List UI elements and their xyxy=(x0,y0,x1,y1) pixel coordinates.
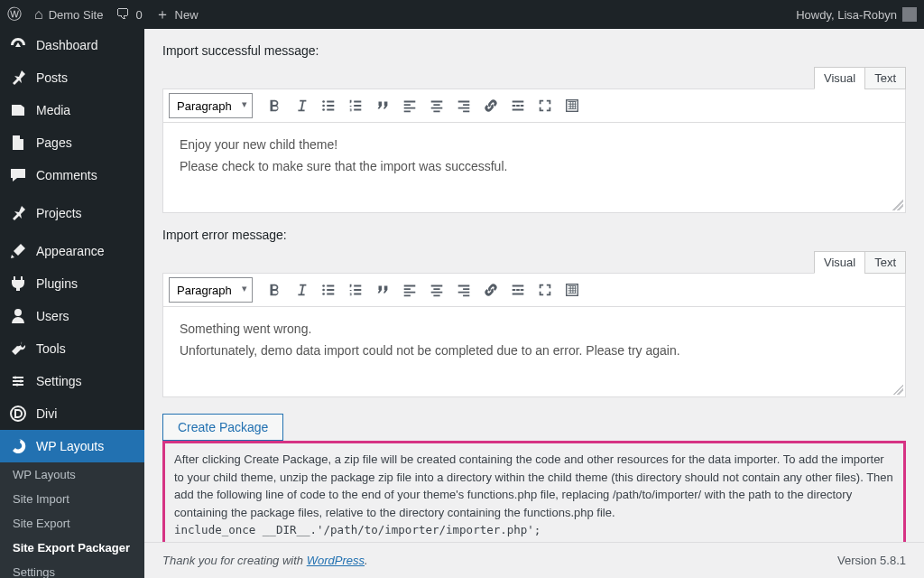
link-icon xyxy=(483,282,499,298)
menu-item-posts[interactable]: Posts xyxy=(0,61,144,94)
avatar xyxy=(902,7,917,22)
resize-handle[interactable] xyxy=(892,384,903,395)
ol-button[interactable] xyxy=(343,93,368,118)
comment-icon xyxy=(9,166,27,184)
menu-item-settings[interactable]: Settings xyxy=(0,365,144,397)
align-left-icon xyxy=(402,282,418,298)
ul-icon xyxy=(320,98,337,114)
format-select[interactable]: Paragraph xyxy=(169,277,253,303)
menu-item-users[interactable]: Users xyxy=(0,300,144,332)
format-select[interactable]: Paragraph xyxy=(169,93,253,118)
error-editor[interactable]: Something went wrong. Unfortunately, dem… xyxy=(162,307,906,397)
menu-item-wp-layouts[interactable]: WP Layouts xyxy=(0,430,144,462)
submenu-settings[interactable]: Settings xyxy=(0,560,144,578)
plugin-icon xyxy=(9,275,27,293)
quote-button[interactable] xyxy=(370,277,395,303)
ol-icon xyxy=(347,98,364,114)
menu-item-tools[interactable]: Tools xyxy=(0,332,144,365)
bold-button[interactable] xyxy=(262,93,287,118)
success-msg-label: Import successful message: xyxy=(162,43,906,58)
success-editor[interactable]: Enjoy your new child theme! Please check… xyxy=(162,123,906,213)
editor-toolbar: Paragraph xyxy=(162,273,906,307)
kitchen-icon xyxy=(564,98,580,114)
account-link[interactable]: Howdy, Lisa-Robyn xyxy=(796,7,917,22)
user-icon xyxy=(9,307,27,325)
italic-icon xyxy=(293,98,310,114)
main-content: Import successful message: Visual Text P… xyxy=(144,29,924,578)
menu-item-appearance[interactable]: Appearance xyxy=(0,235,144,267)
visual-tab[interactable]: Visual xyxy=(814,67,865,89)
menu-item-dashboard[interactable]: Dashboard xyxy=(0,29,144,61)
plus-icon: ＋ xyxy=(155,5,170,24)
instructions-code: include_once __DIR__.'/path/to/importer/… xyxy=(174,523,541,536)
bold-button[interactable] xyxy=(262,277,287,303)
wordpress-icon: ⓦ xyxy=(7,5,22,24)
ul-button[interactable] xyxy=(316,277,341,303)
align-right-button[interactable] xyxy=(451,93,476,118)
more-button[interactable] xyxy=(505,277,531,303)
settings-icon xyxy=(9,372,27,390)
submenu-site-import[interactable]: Site Import xyxy=(0,487,144,511)
italic-icon xyxy=(293,282,310,298)
submenu-wp-layouts[interactable]: WP Layouts xyxy=(0,462,144,487)
text-tab[interactable]: Text xyxy=(864,251,906,274)
layouts-icon xyxy=(9,437,27,455)
visual-tab[interactable]: Visual xyxy=(814,251,865,274)
menu-item-media[interactable]: Media xyxy=(0,94,144,126)
link-button[interactable] xyxy=(478,93,504,118)
editor-toolbar: Paragraph xyxy=(162,89,906,123)
footer-version: Version 5.8.1 xyxy=(837,554,906,567)
menu-item-divi[interactable]: Divi xyxy=(0,397,144,430)
submenu-site-export[interactable]: Site Export xyxy=(0,511,144,536)
bold-icon xyxy=(266,282,282,298)
resize-handle[interactable] xyxy=(892,200,903,210)
wp-logo[interactable]: ⓦ xyxy=(7,5,22,24)
instructions-highlight: After clicking Create Package, a zip fil… xyxy=(162,441,906,548)
align-right-icon xyxy=(456,98,472,114)
create-package-button[interactable]: Create Package xyxy=(162,414,283,441)
fullscreen-icon xyxy=(537,282,553,298)
submenu-wp-layouts: WP LayoutsSite ImportSite ExportSite Exp… xyxy=(0,462,144,578)
menu-item-comments[interactable]: Comments xyxy=(0,159,144,191)
ul-button[interactable] xyxy=(316,93,341,118)
page-icon xyxy=(9,134,27,152)
link-button[interactable] xyxy=(478,277,504,303)
more-button[interactable] xyxy=(505,93,531,118)
quote-button[interactable] xyxy=(370,93,395,118)
ol-icon xyxy=(347,282,364,298)
align-left-button[interactable] xyxy=(397,277,422,303)
kitchen-button[interactable] xyxy=(559,277,585,303)
menu-item-pages[interactable]: Pages xyxy=(0,126,144,159)
ol-button[interactable] xyxy=(343,277,368,303)
align-center-button[interactable] xyxy=(424,277,449,303)
kitchen-button[interactable] xyxy=(559,93,585,118)
brush-icon xyxy=(9,242,27,260)
align-right-button[interactable] xyxy=(451,277,476,303)
align-center-icon xyxy=(429,98,445,114)
ul-icon xyxy=(320,282,337,298)
dashboard-icon xyxy=(9,36,27,54)
new-content[interactable]: ＋New xyxy=(155,5,199,24)
success-line1: Enjoy your new child theme! xyxy=(180,135,889,155)
comments-link[interactable]: 🗨0 xyxy=(116,6,142,23)
home-icon: ⌂ xyxy=(34,6,43,23)
align-center-icon xyxy=(429,282,445,298)
align-center-button[interactable] xyxy=(424,93,449,118)
align-left-button[interactable] xyxy=(397,93,422,118)
submenu-site-export-packager[interactable]: Site Export Packager xyxy=(0,536,144,560)
success-line2: Please check to make sure that the impor… xyxy=(180,157,889,177)
align-left-icon xyxy=(402,98,418,114)
wordpress-link[interactable]: WordPress xyxy=(307,554,365,567)
menu-item-plugins[interactable]: Plugins xyxy=(0,267,144,300)
wrench-icon xyxy=(9,340,27,358)
link-icon xyxy=(483,98,499,114)
error-msg-label: Import error message: xyxy=(162,228,906,242)
fullscreen-button[interactable] xyxy=(532,277,558,303)
italic-button[interactable] xyxy=(289,277,314,303)
howdy-text: Howdy, Lisa-Robyn xyxy=(796,8,897,22)
text-tab[interactable]: Text xyxy=(864,67,906,89)
menu-item-projects[interactable]: Projects xyxy=(0,197,144,229)
fullscreen-button[interactable] xyxy=(532,93,558,118)
italic-button[interactable] xyxy=(289,93,314,118)
site-link[interactable]: ⌂Demo Site xyxy=(34,6,103,23)
